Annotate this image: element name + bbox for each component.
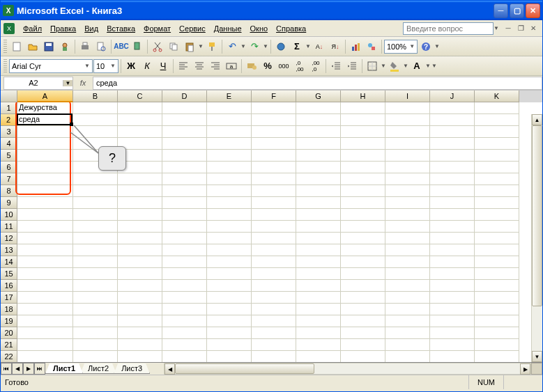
- percent-button[interactable]: %: [260, 58, 275, 74]
- cell-F9[interactable]: [252, 197, 296, 209]
- cell-J18[interactable]: [430, 304, 475, 315]
- tab-nav-prev-button[interactable]: ◀: [12, 363, 23, 375]
- cell-J5[interactable]: [430, 150, 475, 162]
- cell-J9[interactable]: [430, 197, 475, 209]
- cell-F12[interactable]: [252, 233, 296, 244]
- cell-E19[interactable]: [207, 315, 252, 327]
- cell-I21[interactable]: [385, 339, 430, 351]
- cell-D3[interactable]: [162, 126, 207, 138]
- doc-minimize-button[interactable]: ─: [503, 24, 514, 33]
- cell-F1[interactable]: [252, 102, 296, 114]
- cell-D8[interactable]: [162, 185, 207, 197]
- cell-F17[interactable]: [252, 292, 296, 304]
- cell-H19[interactable]: [341, 315, 385, 327]
- zoom-combo[interactable]: 100%▼: [384, 40, 418, 54]
- column-header-I[interactable]: I: [385, 91, 430, 102]
- cell-C15[interactable]: [118, 268, 162, 280]
- cell-J6[interactable]: [430, 162, 475, 173]
- cell-H7[interactable]: [341, 173, 385, 185]
- cell-I13[interactable]: [385, 244, 430, 256]
- cell-I12[interactable]: [385, 233, 430, 244]
- cell-E2[interactable]: [207, 114, 252, 126]
- sort-desc-button[interactable]: Я↓: [328, 39, 343, 54]
- cell-J21[interactable]: [430, 339, 475, 351]
- cell-F15[interactable]: [252, 268, 296, 280]
- cell-D21[interactable]: [162, 339, 207, 351]
- row-header-15[interactable]: 15: [1, 268, 17, 280]
- cell-K15[interactable]: [475, 268, 519, 280]
- cell-K1[interactable]: [475, 102, 519, 114]
- cell-E13[interactable]: [207, 244, 252, 256]
- cell-C9[interactable]: [118, 197, 162, 209]
- cell-B19[interactable]: [73, 315, 118, 327]
- menu-file[interactable]: Файл: [19, 22, 46, 35]
- cell-D16[interactable]: [162, 280, 207, 292]
- cell-G16[interactable]: [296, 280, 341, 292]
- cell-D4[interactable]: [162, 138, 207, 150]
- tab-nav-first-button[interactable]: ⏮: [1, 363, 12, 375]
- cell-F19[interactable]: [252, 315, 296, 327]
- align-right-button[interactable]: [208, 58, 223, 74]
- cell-K14[interactable]: [475, 256, 519, 268]
- menu-help[interactable]: Справка: [272, 22, 310, 35]
- cell-I20[interactable]: [385, 327, 430, 339]
- cell-F21[interactable]: [252, 339, 296, 351]
- cell-A11[interactable]: [17, 221, 73, 233]
- cell-I7[interactable]: [385, 173, 430, 185]
- cell-K13[interactable]: [475, 244, 519, 256]
- cell-E11[interactable]: [207, 221, 252, 233]
- cell-J17[interactable]: [430, 292, 475, 304]
- column-header-J[interactable]: J: [430, 91, 475, 102]
- cell-J10[interactable]: [430, 209, 475, 221]
- cell-A10[interactable]: [17, 209, 73, 221]
- cell-I17[interactable]: [385, 292, 430, 304]
- row-header-11[interactable]: 11: [1, 221, 17, 233]
- cell-B9[interactable]: [73, 197, 118, 209]
- cell-G7[interactable]: [296, 173, 341, 185]
- cell-A6[interactable]: [17, 162, 73, 173]
- cell-E22[interactable]: [207, 351, 252, 362]
- cell-I6[interactable]: [385, 162, 430, 173]
- cell-B8[interactable]: [73, 185, 118, 197]
- hyperlink-button[interactable]: [273, 39, 289, 54]
- toolbar-handle[interactable]: [3, 59, 7, 73]
- cell-J2[interactable]: [430, 114, 475, 126]
- cell-B21[interactable]: [73, 339, 118, 351]
- cell-D22[interactable]: [162, 351, 207, 362]
- cell-H14[interactable]: [341, 256, 385, 268]
- cell-E15[interactable]: [207, 268, 252, 280]
- cell-G4[interactable]: [296, 138, 341, 150]
- cell-E6[interactable]: [207, 162, 252, 173]
- comma-button[interactable]: 000: [276, 58, 291, 74]
- scroll-left-button[interactable]: ◀: [165, 363, 175, 375]
- cell-D12[interactable]: [162, 233, 207, 244]
- cell-J16[interactable]: [430, 280, 475, 292]
- cell-A16[interactable]: [17, 280, 73, 292]
- cell-F3[interactable]: [252, 126, 296, 138]
- cell-K6[interactable]: [475, 162, 519, 173]
- cell-H22[interactable]: [341, 351, 385, 362]
- row-header-8[interactable]: 8: [1, 185, 17, 197]
- increase-indent-button[interactable]: [344, 58, 360, 74]
- cell-C12[interactable]: [118, 233, 162, 244]
- doc-restore-button[interactable]: ❐: [515, 24, 526, 33]
- cell-B7[interactable]: [73, 173, 118, 185]
- column-header-E[interactable]: E: [207, 91, 252, 102]
- cell-H1[interactable]: [341, 102, 385, 114]
- redo-dropdown-icon[interactable]: ▼: [263, 43, 268, 49]
- cell-C17[interactable]: [118, 292, 162, 304]
- cell-G12[interactable]: [296, 233, 341, 244]
- cell-I9[interactable]: [385, 197, 430, 209]
- cell-H2[interactable]: [341, 114, 385, 126]
- cell-C2[interactable]: [118, 114, 162, 126]
- menu-edit[interactable]: Правка: [46, 22, 80, 35]
- cell-G8[interactable]: [296, 185, 341, 197]
- cell-D9[interactable]: [162, 197, 207, 209]
- cell-A3[interactable]: [17, 126, 73, 138]
- cell-F14[interactable]: [252, 256, 296, 268]
- paste-button[interactable]: [182, 39, 197, 54]
- align-left-button[interactable]: [176, 58, 191, 74]
- column-header-D[interactable]: D: [162, 91, 207, 102]
- cut-button[interactable]: [150, 39, 165, 54]
- permission-button[interactable]: [57, 39, 72, 54]
